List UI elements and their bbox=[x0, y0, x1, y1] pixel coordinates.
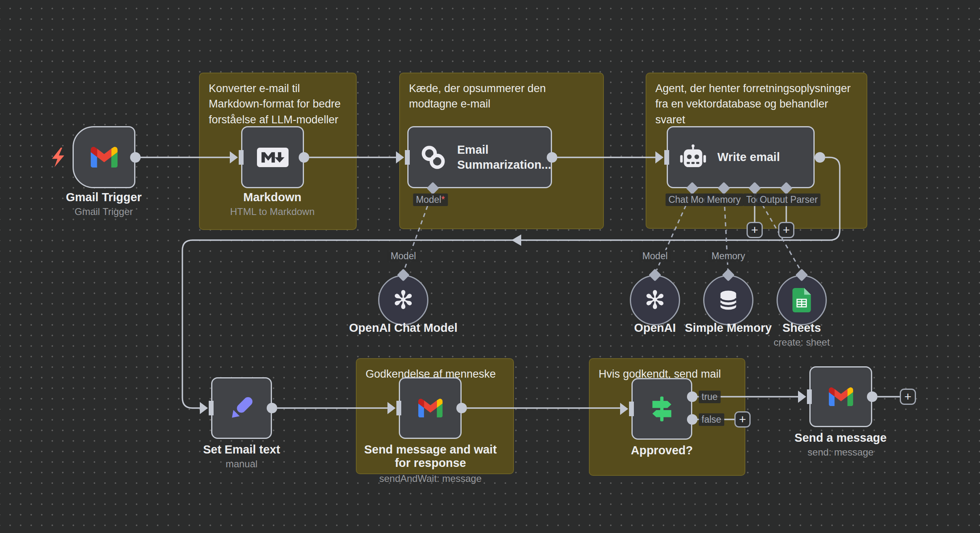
output-port[interactable] bbox=[299, 152, 309, 163]
input-port[interactable] bbox=[664, 150, 669, 165]
input-arrow bbox=[655, 151, 663, 163]
output-port[interactable] bbox=[267, 403, 277, 413]
gmail-icon bbox=[91, 147, 118, 168]
openai-logo-icon: ✻ bbox=[393, 288, 414, 313]
node-markdown[interactable] bbox=[241, 126, 304, 188]
node-sublabel: sendAndWait: message bbox=[333, 473, 528, 484]
n8n-workflow-canvas[interactable]: { "stickies": [ {"text": "Konverter e-ma… bbox=[0, 0, 980, 533]
input-port[interactable] bbox=[629, 402, 634, 416]
true-output-label: true bbox=[699, 391, 721, 403]
input-port[interactable] bbox=[239, 150, 244, 165]
node-label: Gmail Trigger bbox=[6, 191, 201, 204]
output-port-true[interactable] bbox=[687, 391, 698, 402]
node-send-a-message[interactable] bbox=[809, 366, 872, 427]
node-email-summarization[interactable]: EmailSummarization... bbox=[407, 126, 552, 188]
memory-connector-label: Memory bbox=[708, 250, 748, 262]
openai-logo-icon: ✻ bbox=[644, 288, 665, 313]
node-sublabel: HTML to Markdown bbox=[175, 206, 370, 217]
node-label: Send message and waitfor response bbox=[333, 443, 528, 470]
robot-agent-icon bbox=[679, 144, 707, 171]
signpost-icon bbox=[648, 395, 676, 423]
sticky-note-text: Konverter e-mail til Markdown-format for… bbox=[209, 82, 341, 126]
gmail-icon bbox=[829, 387, 853, 406]
output-port-false[interactable] bbox=[687, 414, 698, 425]
add-node-after-send-button[interactable]: + bbox=[900, 389, 916, 405]
sticky-note-text: Kæde, der opsummerer den modtagne e-mail bbox=[409, 82, 546, 110]
node-openai-chat-model[interactable]: ✻ bbox=[378, 275, 428, 325]
node-sublabel: Gmail Trigger bbox=[6, 206, 201, 217]
input-arrow bbox=[396, 151, 404, 163]
connection-arrow-left bbox=[511, 234, 521, 246]
node-title: Summarization... bbox=[457, 157, 551, 172]
sticky-note-text: Agent, der henter forretningsoplysninger… bbox=[655, 82, 851, 126]
input-port[interactable] bbox=[396, 401, 401, 415]
input-port[interactable] bbox=[405, 150, 410, 165]
gmail-icon bbox=[418, 399, 443, 417]
node-label: Set Email text bbox=[144, 443, 339, 456]
pencil-icon bbox=[227, 394, 256, 422]
input-arrow bbox=[798, 391, 806, 403]
node-title: Write email bbox=[717, 150, 780, 164]
node-write-email[interactable]: Write email bbox=[667, 126, 815, 188]
node-sheets[interactable] bbox=[777, 275, 827, 325]
input-arrow bbox=[230, 151, 238, 163]
model-connector-label: Model bbox=[640, 250, 671, 262]
node-title: Email bbox=[457, 142, 551, 157]
memory-connector-label: Memory bbox=[704, 193, 743, 206]
database-icon bbox=[717, 288, 740, 312]
node-label: Markdown bbox=[175, 191, 370, 204]
output-port[interactable] bbox=[867, 391, 877, 402]
required-asterisk: * bbox=[441, 194, 445, 205]
input-arrow bbox=[620, 403, 628, 415]
node-sublabel: send: message bbox=[743, 447, 938, 458]
node-openai[interactable]: ✻ bbox=[630, 275, 680, 325]
output-port[interactable] bbox=[130, 152, 141, 163]
output-parser-connector-label: Output Parser bbox=[757, 193, 820, 206]
input-arrow bbox=[200, 402, 208, 414]
node-label: OpenAI Chat Model bbox=[306, 321, 501, 335]
model-connector-label: Model* bbox=[413, 193, 448, 206]
node-label: Send a message bbox=[743, 431, 938, 445]
markdown-icon bbox=[257, 148, 289, 167]
chain-icon bbox=[420, 144, 447, 171]
node-approved-if[interactable] bbox=[631, 378, 692, 440]
node-send-message-and-wait[interactable] bbox=[399, 377, 462, 439]
google-sheets-icon bbox=[792, 288, 811, 312]
node-label: Sheets bbox=[704, 321, 899, 335]
model-connector-label: Model bbox=[388, 250, 419, 262]
add-output-parser-button[interactable]: + bbox=[778, 222, 794, 238]
input-port[interactable] bbox=[807, 389, 812, 404]
add-tool-button[interactable]: + bbox=[747, 222, 763, 238]
output-port[interactable] bbox=[547, 152, 557, 163]
false-output-label: false bbox=[699, 413, 724, 426]
node-gmail-trigger[interactable] bbox=[73, 126, 135, 188]
add-node-false-branch-button[interactable]: + bbox=[734, 411, 751, 428]
node-label: Approved? bbox=[565, 444, 759, 457]
trigger-pulse-icon bbox=[49, 148, 67, 169]
node-set-email-text[interactable] bbox=[211, 377, 272, 439]
node-sublabel: manual bbox=[144, 458, 339, 470]
node-simple-memory[interactable] bbox=[703, 275, 753, 325]
input-arrow bbox=[387, 402, 396, 414]
node-sublabel: create: sheet bbox=[704, 337, 899, 348]
output-port[interactable] bbox=[815, 152, 825, 163]
input-port[interactable] bbox=[209, 401, 214, 415]
output-port[interactable] bbox=[456, 403, 467, 413]
